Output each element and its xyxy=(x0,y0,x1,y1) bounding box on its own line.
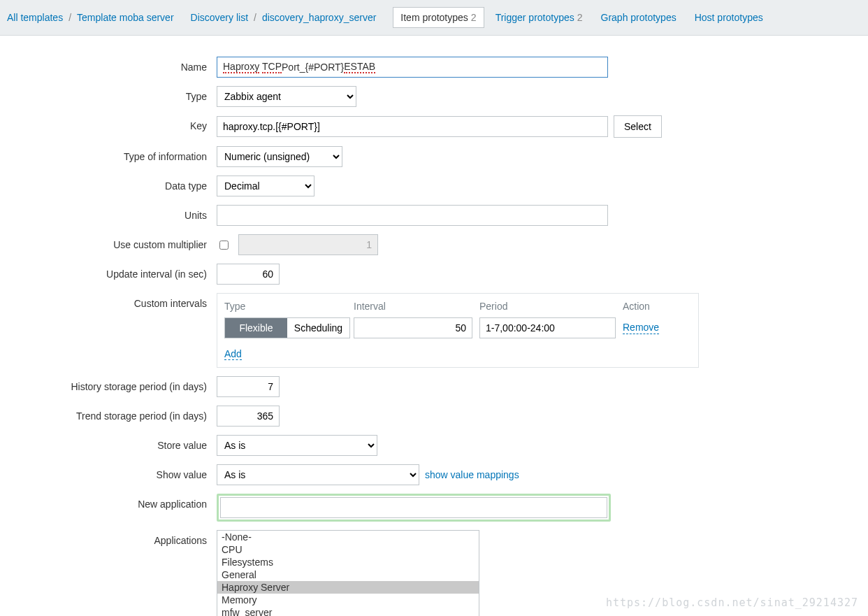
ci-head-interval: Interval xyxy=(354,301,479,312)
custom-intervals-header: Type Interval Period Action xyxy=(224,301,691,312)
label-store-value: Store value xyxy=(7,435,217,451)
label-trend: Trend storage period (in days) xyxy=(7,406,217,422)
tab-trigger-prototypes[interactable]: Trigger prototypes 2 xyxy=(489,8,590,27)
breadcrumb: Discovery list / discovery_haproxy_serve… xyxy=(191,12,377,23)
label-custom-intervals: Custom intervals xyxy=(7,293,217,309)
tab-label: Graph prototypes xyxy=(601,12,677,23)
multiplier-value: 1 xyxy=(238,234,378,255)
name-input[interactable]: Haproxy TCP Port_{#PORT} ESTAB xyxy=(217,57,608,78)
ci-head-period: Period xyxy=(479,301,623,312)
breadcrumb-sep: / xyxy=(68,12,71,23)
application-option[interactable]: CPU xyxy=(217,543,479,556)
custom-intervals-box: Type Interval Period Action Flexible Sch… xyxy=(217,293,699,368)
toggle-flexible[interactable]: Flexible xyxy=(225,318,287,338)
key-select-button[interactable]: Select xyxy=(614,115,662,138)
interval-type-toggle: Flexible Scheduling xyxy=(224,317,350,338)
tab-label: Trigger prototypes xyxy=(496,12,574,23)
tab-graph-prototypes[interactable]: Graph prototypes xyxy=(594,8,683,27)
breadcrumb-discovery-list[interactable]: Discovery list xyxy=(191,12,248,23)
remove-interval-link[interactable]: Remove xyxy=(623,322,659,334)
application-option[interactable]: General xyxy=(217,568,479,581)
update-interval-input[interactable] xyxy=(217,264,280,285)
multiplier-checkbox[interactable] xyxy=(219,241,229,250)
spellcheck-word: ESTAB xyxy=(344,61,375,73)
watermark-text: https://blog.csdn.net/sinat_29214327 xyxy=(606,596,858,609)
application-option[interactable]: -None- xyxy=(217,531,479,543)
label-units: Units xyxy=(7,205,217,221)
key-input[interactable] xyxy=(217,116,608,137)
ci-head-action: Action xyxy=(623,301,691,312)
breadcrumb-sep: / xyxy=(254,12,256,23)
breadcrumb-discovery-rule[interactable]: discovery_haproxy_server xyxy=(262,12,376,23)
tab-item-prototypes[interactable]: Item prototypes 2 xyxy=(393,7,484,28)
show-value-mappings-link[interactable]: show value mappings xyxy=(425,469,519,480)
spellcheck-word: TCP xyxy=(262,61,282,73)
application-option[interactable]: Filesystems xyxy=(217,556,479,568)
add-interval-link[interactable]: Add xyxy=(224,349,242,360)
tab-count: 2 xyxy=(577,12,583,23)
label-type: Type xyxy=(7,86,217,102)
label-history: History storage period (in days) xyxy=(7,376,217,392)
type-select[interactable]: Zabbix agent xyxy=(217,86,356,107)
label-data-type: Data type xyxy=(7,176,217,192)
label-multiplier: Use custom multiplier xyxy=(7,234,217,250)
label-new-app: New application xyxy=(7,494,217,510)
new-application-input[interactable] xyxy=(220,497,607,518)
label-show-value: Show value xyxy=(7,464,217,480)
label-update-interval: Update interval (in sec) xyxy=(7,264,217,280)
period-input[interactable] xyxy=(479,317,616,338)
label-name: Name xyxy=(7,57,217,73)
label-key: Key xyxy=(7,115,217,131)
spellcheck-word: Haproxy xyxy=(223,61,259,73)
breadcrumb-all-templates[interactable]: All templates xyxy=(7,12,63,23)
new-application-highlight xyxy=(217,494,611,522)
breadcrumb-template[interactable]: Template moba server xyxy=(77,12,174,23)
tab-host-prototypes[interactable]: Host prototypes xyxy=(688,8,770,27)
item-prototype-form: Name Haproxy TCP Port_{#PORT} ESTAB Type… xyxy=(0,36,868,616)
ci-head-type: Type xyxy=(224,301,354,312)
show-value-select[interactable]: As is xyxy=(217,464,419,485)
custom-intervals-add-row: Add xyxy=(224,348,691,360)
units-input[interactable] xyxy=(217,205,608,226)
tab-count: 2 xyxy=(471,12,477,23)
custom-interval-row: Flexible Scheduling Remove xyxy=(224,317,691,338)
name-text: Port_{#PORT} xyxy=(282,62,344,73)
application-option[interactable]: mfw_server xyxy=(217,606,479,616)
info-type-select[interactable]: Numeric (unsigned) xyxy=(217,146,342,167)
application-option[interactable]: Haproxy Server xyxy=(217,581,479,594)
top-nav-bar: All templates / Template moba server Dis… xyxy=(0,0,868,36)
label-applications: Applications xyxy=(7,530,217,546)
toggle-scheduling[interactable]: Scheduling xyxy=(287,318,349,338)
history-input[interactable] xyxy=(217,376,280,397)
label-info-type: Type of information xyxy=(7,146,217,162)
tab-label: Host prototypes xyxy=(695,12,763,23)
tab-label: Item prototypes xyxy=(400,12,468,23)
interval-input[interactable] xyxy=(354,317,472,338)
applications-listbox[interactable]: -None-CPUFilesystemsGeneralHaproxy Serve… xyxy=(217,530,479,616)
breadcrumb: All templates / Template moba server xyxy=(7,12,174,23)
store-value-select[interactable]: As is xyxy=(217,435,377,456)
application-option[interactable]: Memory xyxy=(217,594,479,606)
trend-input[interactable] xyxy=(217,406,280,427)
data-type-select[interactable]: Decimal xyxy=(217,176,314,196)
